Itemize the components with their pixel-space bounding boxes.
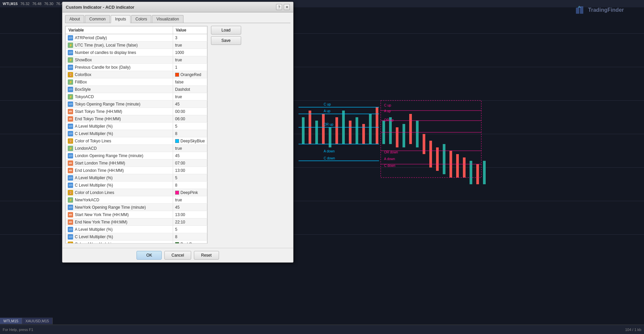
table-row[interactable]: 123A Level Multiplier (%)5	[66, 226, 207, 233]
value-cell[interactable]: DeepPink	[173, 189, 207, 196]
value-cell[interactable]: true	[173, 42, 207, 49]
value-cell[interactable]: 06:00	[173, 115, 207, 123]
variable-cell: 123London Opening Range Time (minute)	[66, 152, 173, 159]
variable-cell: 123A Level Multiplier (%)	[66, 174, 173, 182]
value-cell[interactable]: 5	[173, 174, 207, 182]
help-button[interactable]: ?	[276, 4, 282, 10]
table-row[interactable]: 123BoxStyleDashdot	[66, 86, 207, 93]
table-row[interactable]: 123C Level Multiplier (%)8	[66, 130, 207, 137]
table-row[interactable]: 123ATRPeriod (Daily)3	[66, 34, 207, 42]
table-row[interactable]: 123NewYork Opening Range Time (minute)45	[66, 204, 207, 211]
value-cell[interactable]: true	[173, 93, 207, 101]
value-cell[interactable]: 8	[173, 130, 207, 137]
value-cell[interactable]: true	[173, 56, 207, 64]
row-icon: ⚡	[68, 197, 73, 203]
value-cell[interactable]: true	[173, 145, 207, 152]
table-row[interactable]: 123Number of candles to display lines100…	[66, 49, 207, 56]
load-button[interactable]: Load	[211, 26, 241, 35]
ok-button[interactable]: OK	[137, 251, 162, 260]
table-row[interactable]: 123Previous Candle for box (Daily)1	[66, 64, 207, 71]
value-cell[interactable]: 1000	[173, 49, 207, 56]
value-cell[interactable]: OrangeRed	[173, 71, 207, 78]
table-row[interactable]: 123Tokyo Opening Range Time (minute)45	[66, 101, 207, 108]
value-cell[interactable]: 8	[173, 233, 207, 241]
variable-name: C Level Multiplier (%)	[75, 235, 113, 239]
table-row[interactable]: ⚡NewYorkACDtrue	[66, 196, 207, 204]
variable-cell: 123C Level Multiplier (%)	[66, 233, 173, 241]
table-row[interactable]: 123London Opening Range Time (minute)45	[66, 152, 207, 159]
table-row[interactable]: abEnd Tokyo Time (HH:MM)06:00	[66, 115, 207, 123]
table-row[interactable]: 🎨ColorBoxOrangeRed	[66, 71, 207, 78]
table-row[interactable]: 🎨Color of New York LinesDarkGreen	[66, 241, 207, 244]
value-cell[interactable]: 3	[173, 34, 207, 42]
value-cell[interactable]: false	[173, 78, 207, 86]
value-cell[interactable]: 00:00	[173, 108, 207, 115]
value-cell[interactable]: 5	[173, 226, 207, 233]
reset-button[interactable]: Reset	[194, 251, 219, 260]
variable-cell: 🎨Color of London Lines	[66, 189, 173, 196]
variable-name: Start London Time (HH:MM)	[75, 161, 125, 165]
value-cell[interactable]: Dashdot	[173, 86, 207, 93]
value-cell[interactable]: DarkGreen	[173, 241, 207, 244]
value-cell[interactable]: 5	[173, 123, 207, 130]
value-cell[interactable]: 1	[173, 64, 207, 71]
table-row[interactable]: 123C Level Multiplier (%)8	[66, 233, 207, 241]
dialog-footer: OK Cancel Reset	[62, 248, 293, 262]
variable-name: NewYorkACD	[75, 198, 99, 202]
table-row[interactable]: 123C Level Multiplier (%)8	[66, 182, 207, 189]
value-cell[interactable]: DeepSkyBlue	[173, 137, 207, 145]
variable-cell: abStart Tokyo Time (HH:MM)	[66, 108, 173, 115]
value-cell[interactable]: 45	[173, 101, 207, 108]
table-row[interactable]: abStart London Time (HH:MM)07:00	[66, 159, 207, 167]
variable-name: C Level Multiplier (%)	[75, 131, 113, 136]
close-button[interactable]: ✕	[284, 4, 290, 10]
table-row[interactable]: abEnd New York Time (HH:MM)22:10	[66, 218, 207, 226]
table-row[interactable]: 🎨Color of Tokyo LinesDeepSkyBlue	[66, 137, 207, 145]
value-cell[interactable]: 45	[173, 204, 207, 211]
params-table-container[interactable]: Variable Value 123ATRPeriod (Daily)3⚡UTC…	[65, 26, 208, 244]
table-row[interactable]: abStart New York Time (HH:MM)13:00	[66, 211, 207, 218]
value-header: Value	[173, 26, 207, 34]
tab-colors[interactable]: Colors	[131, 15, 152, 23]
variable-cell: 123C Level Multiplier (%)	[66, 182, 173, 189]
variable-name: ShowBox	[75, 58, 92, 62]
value-cell[interactable]: 07:00	[173, 159, 207, 167]
table-row[interactable]: ⚡FillBoxfalse	[66, 78, 207, 86]
table-row[interactable]: ⚡LondonACDtrue	[66, 145, 207, 152]
value-cell[interactable]: 13:00	[173, 211, 207, 218]
variable-name: End Tokyo Time (HH:MM)	[75, 117, 121, 121]
tab-common[interactable]: Common	[85, 15, 110, 23]
table-row[interactable]: abEnd London Time (HH:MM)13:00	[66, 167, 207, 174]
value-cell[interactable]: true	[173, 196, 207, 204]
variable-name: UTC Time (true), Local Time (false)	[75, 43, 138, 48]
tab-bar: About Common Inputs Colors Visualization	[65, 15, 290, 23]
variable-cell: ⚡NewYorkACD	[66, 196, 173, 204]
value-cell[interactable]: 22:10	[173, 218, 207, 226]
table-row[interactable]: 123A Level Multiplier (%)5	[66, 174, 207, 182]
table-row[interactable]: ⚡ShowBoxtrue	[66, 56, 207, 64]
table-row[interactable]: abStart Tokyo Time (HH:MM)00:00	[66, 108, 207, 115]
table-row[interactable]: ⚡UTC Time (true), Local Time (false)true	[66, 42, 207, 49]
color-value: DeepSkyBlue	[180, 139, 205, 143]
variable-name: Color of New York Lines	[75, 242, 118, 244]
cancel-button[interactable]: Cancel	[164, 251, 191, 260]
tab-about[interactable]: About	[65, 15, 84, 23]
color-value: DarkGreen	[180, 242, 200, 244]
variable-cell: 123ATRPeriod (Daily)	[66, 34, 173, 42]
row-icon: 🎨	[68, 190, 73, 195]
table-row[interactable]: ⚡TokyoACDtrue	[66, 93, 207, 101]
variable-cell: 123A Level Multiplier (%)	[66, 226, 173, 233]
value-cell[interactable]: 8	[173, 182, 207, 189]
value-cell[interactable]: 13:00	[173, 167, 207, 174]
tab-inputs[interactable]: Inputs	[111, 15, 130, 23]
variable-cell: 🎨Color of Tokyo Lines	[66, 137, 173, 145]
save-button[interactable]: Save	[211, 36, 241, 45]
variable-cell: abEnd New York Time (HH:MM)	[66, 218, 173, 226]
table-row[interactable]: 🎨Color of London LinesDeepPink	[66, 189, 207, 196]
tab-visualization[interactable]: Visualization	[152, 15, 183, 23]
table-row[interactable]: 123A Level Multiplier (%)5	[66, 123, 207, 130]
row-icon: ab	[68, 116, 73, 122]
variable-name: Previous Candle for box (Daily)	[75, 65, 130, 70]
value-cell[interactable]: 45	[173, 152, 207, 159]
variable-cell: 123Number of candles to display lines	[66, 49, 173, 56]
